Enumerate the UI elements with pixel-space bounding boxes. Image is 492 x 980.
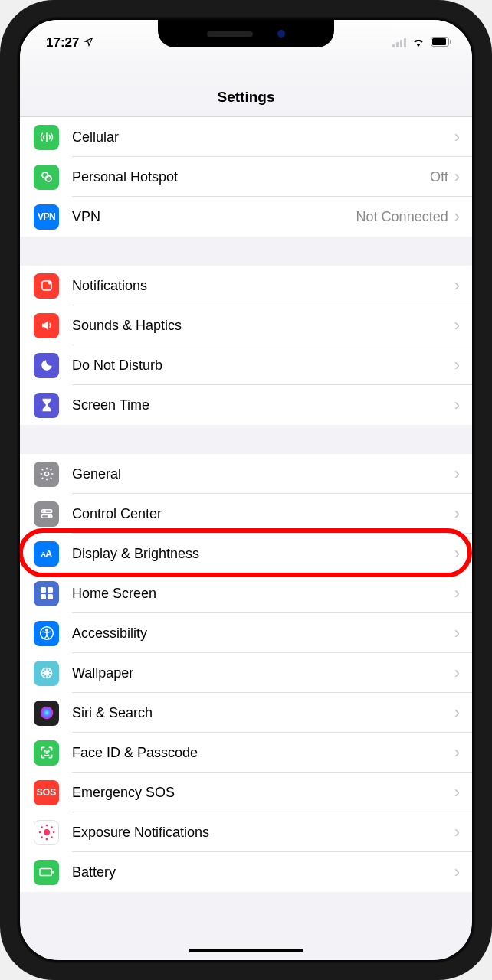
svg-point-24 [45,825,48,827]
row-sos[interactable]: SOS Emergency SOS › [20,773,472,812]
row-label: Do Not Disturb [72,358,454,374]
row-label: Sounds & Haptics [72,318,454,334]
chevron-right-icon: › [454,663,460,683]
row-label: Exposure Notifications [72,825,454,841]
chevron-right-icon: › [454,504,460,524]
notch [158,20,334,47]
row-dnd[interactable]: Do Not Disturb › [20,345,472,385]
row-faceid[interactable]: Face ID & Passcode › [20,733,472,773]
svg-point-7 [44,472,48,476]
svg-point-22 [48,751,49,752]
svg-point-11 [48,515,49,517]
svg-rect-14 [41,594,46,599]
screen: 17:27 Settings [20,20,472,960]
dnd-icon [34,353,59,378]
svg-point-26 [38,831,41,834]
row-wallpaper[interactable]: Wallpaper › [20,653,472,693]
row-general[interactable]: General › [20,454,472,494]
row-label: Control Center [72,506,454,522]
notifications-icon [34,273,59,299]
chevron-right-icon: › [454,464,460,484]
front-camera [277,30,285,38]
chevron-right-icon: › [454,276,460,296]
chevron-right-icon: › [454,395,460,415]
nav-header: Settings [20,58,472,117]
row-label: Notifications [72,278,454,294]
status-right [392,35,452,51]
svg-point-6 [48,281,51,285]
svg-rect-1 [432,38,446,45]
battery-row-icon [34,860,59,885]
row-exposure[interactable]: Exposure Notifications › [20,812,472,852]
accessibility-icon [34,621,59,646]
chevron-right-icon: › [454,703,460,723]
row-control-center[interactable]: Control Center › [20,494,472,534]
row-sounds[interactable]: Sounds & Haptics › [20,305,472,345]
row-display-brightness[interactable]: AA Display & Brightness › [20,534,472,573]
display-icon: AA [34,541,59,567]
chevron-right-icon: › [454,355,460,375]
chevron-right-icon: › [454,167,460,187]
home-screen-icon [34,581,59,606]
page-title: Settings [20,89,472,106]
row-cellular[interactable]: Cellular › [20,117,472,157]
svg-rect-2 [450,40,451,44]
chevron-right-icon: › [454,782,460,802]
chevron-right-icon: › [454,207,460,227]
svg-point-4 [45,176,51,182]
row-label: Emergency SOS [72,785,454,801]
svg-point-3 [42,172,48,178]
row-label: General [72,466,454,482]
group-separator [20,425,472,454]
signal-icon [392,38,406,47]
faceid-icon [34,740,59,766]
sos-icon: SOS [34,780,59,805]
svg-rect-13 [48,587,53,593]
svg-point-23 [44,829,50,835]
row-label: VPN [72,209,356,225]
svg-rect-15 [48,594,53,599]
hotspot-icon [34,165,59,190]
row-label: Display & Brightness [72,546,454,562]
row-label: Battery [72,864,454,880]
row-label: Face ID & Passcode [72,745,454,761]
row-detail: Not Connected [356,209,448,225]
row-siri[interactable]: Siri & Search › [20,693,472,733]
vpn-icon: VPN [34,204,59,230]
svg-point-29 [51,826,53,828]
speaker-grille [207,31,253,37]
group-separator [20,237,472,266]
chevron-right-icon: › [454,822,460,842]
settings-scroll[interactable]: Cellular › Personal Hotspot Off › VPN VP… [20,117,472,960]
row-battery[interactable]: Battery › [20,852,472,892]
row-label: Personal Hotspot [72,169,430,185]
chevron-right-icon: › [454,583,460,603]
row-home-screen[interactable]: Home Screen › [20,573,472,613]
row-label: Siri & Search [72,705,454,721]
chevron-right-icon: › [454,544,460,564]
row-accessibility[interactable]: Accessibility › [20,613,472,653]
row-vpn[interactable]: VPN VPN Not Connected › [20,197,472,237]
cellular-icon [34,125,59,150]
svg-point-27 [52,831,54,834]
general-icon [34,462,59,487]
siri-icon [34,701,59,726]
chevron-right-icon: › [454,315,460,335]
location-icon [84,35,93,51]
row-label: Cellular [72,129,454,145]
home-indicator[interactable] [189,949,303,952]
sounds-icon [34,313,59,338]
row-detail: Off [430,169,448,185]
svg-rect-32 [39,868,51,875]
wallpaper-icon [34,661,59,686]
row-label: Wallpaper [72,665,454,681]
row-screentime[interactable]: Screen Time › [20,385,472,425]
row-label: Home Screen [72,586,454,602]
status-time: 17:27 [46,35,79,51]
svg-point-21 [44,751,45,752]
row-notifications[interactable]: Notifications › [20,266,472,305]
svg-rect-12 [41,587,46,593]
battery-icon [431,35,452,51]
row-hotspot[interactable]: Personal Hotspot Off › [20,157,472,197]
svg-point-31 [51,836,53,838]
